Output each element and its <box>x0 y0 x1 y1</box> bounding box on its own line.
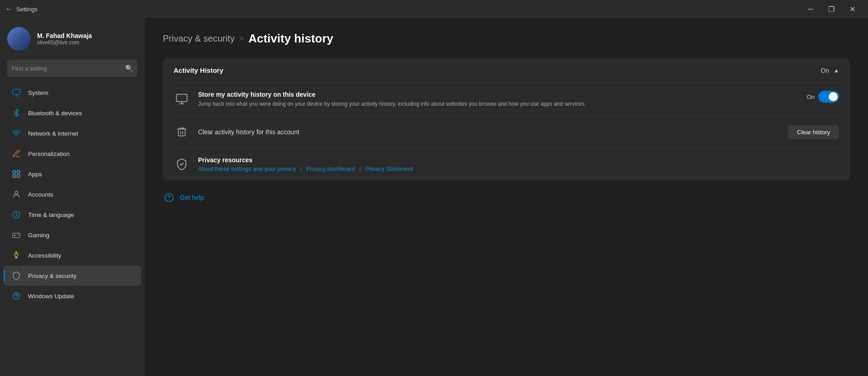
svg-rect-0 <box>13 89 20 95</box>
sidebar-label-bluetooth: Bluetooth & devices <box>28 110 82 117</box>
sidebar-item-apps[interactable]: Apps <box>4 164 141 184</box>
sidebar-item-accounts[interactable]: Accounts <box>4 184 141 204</box>
bluetooth-icon <box>11 108 22 118</box>
svg-point-16 <box>169 199 169 200</box>
get-help-link[interactable]: Get help <box>180 194 204 201</box>
activity-history-header[interactable]: Activity History On ▲ <box>163 58 850 82</box>
accessibility-icon <box>11 250 22 261</box>
privacy-resources-row: Privacy resources About these settings a… <box>163 148 850 180</box>
chevron-up-icon: ▲ <box>834 67 839 74</box>
avatar <box>7 27 31 51</box>
user-profile: M. Fahad Khawaja xlive65@live.com <box>0 18 145 60</box>
breadcrumb-separator: > <box>239 34 244 43</box>
sidebar-label-time: Time & language <box>28 212 74 218</box>
svg-point-9 <box>18 235 19 236</box>
privacy-resources-content: Privacy resources About these settings a… <box>198 156 839 172</box>
sidebar-label-personalization: Personalization <box>28 150 70 157</box>
store-activity-title: Store my activity history on this device <box>198 91 799 98</box>
get-help-row: Get help <box>163 189 850 206</box>
get-help-icon <box>163 191 175 204</box>
close-button[interactable]: ✕ <box>842 0 863 18</box>
sidebar-label-gaming: Gaming <box>28 232 49 239</box>
main-layout: M. Fahad Khawaja xlive65@live.com 🔍 Syst… <box>0 18 868 376</box>
privacy-link-3[interactable]: Privacy Statement <box>365 165 413 172</box>
sidebar-label-accessibility: Accessibility <box>28 252 61 259</box>
sidebar-item-windows-update[interactable]: Windows Update <box>4 286 141 306</box>
titlebar-controls: ─ ❐ ✕ <box>800 0 863 18</box>
breadcrumb: Privacy & security > Activity history <box>163 32 850 46</box>
privacy-resources-title: Privacy resources <box>198 156 839 164</box>
privacy-link-2[interactable]: Privacy dashboard <box>306 165 355 172</box>
sidebar-item-privacy[interactable]: Privacy & security <box>4 266 141 286</box>
sidebar-label-accounts: Accounts <box>28 191 53 198</box>
sidebar-item-system[interactable]: System <box>4 83 141 103</box>
store-activity-icon <box>174 91 190 107</box>
breadcrumb-current: Activity history <box>248 32 333 46</box>
privacy-link-1[interactable]: About these settings and your privacy <box>198 165 296 172</box>
search-box: 🔍 <box>7 60 137 77</box>
search-icon: 🔍 <box>125 65 133 72</box>
restore-button[interactable]: ❐ <box>821 0 842 18</box>
sidebar-label-windows-update: Windows Update <box>28 293 74 300</box>
svg-rect-14 <box>178 129 185 136</box>
titlebar: ← Settings ─ ❐ ✕ <box>0 0 868 18</box>
privacy-sep-1: | <box>300 165 302 172</box>
activity-history-status: On <box>821 67 829 74</box>
user-email: xlive65@live.com <box>37 39 92 46</box>
store-activity-desc: Jump back into what you were doing on yo… <box>198 100 799 108</box>
sidebar-item-gaming[interactable]: Gaming <box>4 225 141 245</box>
apps-icon <box>11 169 22 179</box>
time-icon <box>11 209 22 220</box>
clear-history-text: Clear activity history for this account <box>198 128 780 136</box>
sidebar-label-network: Network & internet <box>28 130 78 137</box>
svg-rect-5 <box>13 175 16 178</box>
svg-rect-8 <box>13 233 20 238</box>
svg-rect-3 <box>17 171 20 174</box>
svg-rect-2 <box>13 171 16 174</box>
toggle-on-label: On <box>807 94 815 100</box>
titlebar-left: ← Settings <box>5 5 38 13</box>
sidebar-item-network[interactable]: Network & internet <box>4 123 141 143</box>
privacy-resources-icon <box>174 156 190 172</box>
nav-list: System Bluetooth & devices Network & int… <box>0 82 145 306</box>
svg-point-10 <box>18 234 19 235</box>
svg-point-11 <box>15 252 17 253</box>
gaming-icon <box>11 230 22 240</box>
svg-rect-13 <box>176 94 187 102</box>
privacy-sep-2: | <box>359 165 361 172</box>
store-activity-control: On <box>807 91 839 103</box>
sidebar-label-privacy: Privacy & security <box>28 273 76 279</box>
store-activity-toggle[interactable] <box>818 91 839 103</box>
svg-point-6 <box>15 191 18 194</box>
windows-update-icon <box>11 291 22 301</box>
svg-rect-4 <box>17 175 20 178</box>
privacy-resources-links: About these settings and your privacy | … <box>198 165 839 172</box>
sidebar: M. Fahad Khawaja xlive65@live.com 🔍 Syst… <box>0 18 145 376</box>
svg-point-1 <box>16 136 17 137</box>
system-icon <box>11 87 22 98</box>
clear-history-icon <box>174 124 190 140</box>
clear-history-row: Clear activity history for this account … <box>163 117 850 147</box>
user-name: M. Fahad Khawaja <box>37 32 92 39</box>
accounts-icon <box>11 189 22 200</box>
back-icon[interactable]: ← <box>5 5 13 13</box>
sidebar-item-bluetooth[interactable]: Bluetooth & devices <box>4 103 141 123</box>
user-info: M. Fahad Khawaja xlive65@live.com <box>37 32 92 46</box>
activity-history-title: Activity History <box>174 66 223 74</box>
sidebar-label-system: System <box>28 89 48 96</box>
store-activity-text: Store my activity history on this device… <box>198 91 799 108</box>
activity-history-header-right: On ▲ <box>821 67 839 74</box>
activity-history-card: Activity History On ▲ Store my activ <box>163 58 850 180</box>
sidebar-item-accessibility[interactable]: Accessibility <box>4 245 141 265</box>
privacy-icon <box>11 270 22 281</box>
sidebar-item-personalization[interactable]: Personalization <box>4 144 141 164</box>
search-input[interactable] <box>12 65 122 72</box>
sidebar-label-apps: Apps <box>28 171 42 178</box>
minimize-button[interactable]: ─ <box>800 0 821 18</box>
sidebar-item-time[interactable]: Time & language <box>4 205 141 225</box>
clear-history-button[interactable]: Clear history <box>788 125 839 139</box>
store-activity-row: Store my activity history on this device… <box>163 83 850 116</box>
personalization-icon <box>11 148 22 159</box>
content-area: Privacy & security > Activity history Ac… <box>145 18 868 376</box>
breadcrumb-parent[interactable]: Privacy & security <box>163 33 235 44</box>
